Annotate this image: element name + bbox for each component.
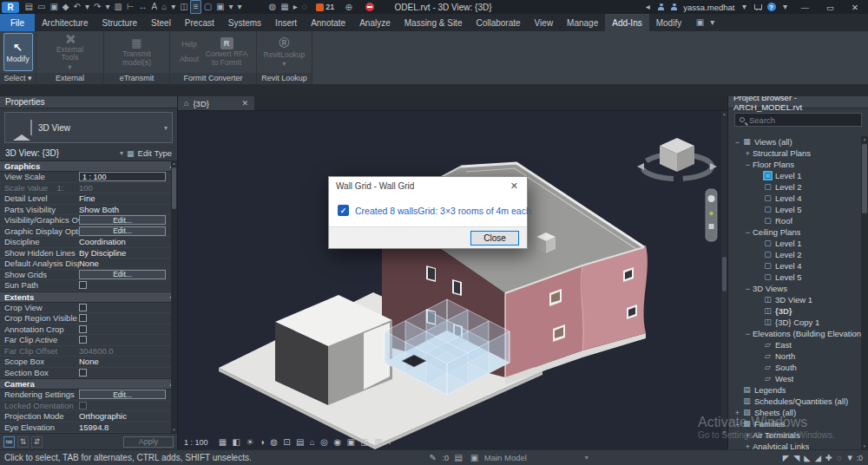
ribbon-tab-collaborate[interactable]: Collaborate <box>469 14 527 31</box>
navigation-bar[interactable] <box>706 189 717 241</box>
modify-button[interactable]: ↖ Modify <box>3 33 33 71</box>
ribbon-tab-modify[interactable]: Modify <box>649 14 688 31</box>
pointer-run-icon[interactable]: ▸ <box>291 1 299 13</box>
tree-expander-icon[interactable]: + <box>733 409 742 417</box>
sync-with-central-icon[interactable]: ◆ <box>60 1 71 13</box>
sort-ascending-icon[interactable]: ⇅ <box>17 436 29 448</box>
tree-item[interactable]: −Elevations (Building Elevation) <box>728 328 861 339</box>
reveal-hidden-elements-icon[interactable]: ◉ <box>331 436 344 449</box>
tree-item[interactable]: −▦Views (all) <box>728 136 861 147</box>
tree-item[interactable]: ▢Level 5 <box>728 204 861 215</box>
tree-item[interactable]: ▢Level 1 <box>728 170 861 181</box>
property-value[interactable]: None <box>79 357 99 366</box>
panel-external-label[interactable]: External <box>36 73 103 84</box>
panel-revitlookup-label[interactable]: Revit Lookup <box>257 73 312 84</box>
checkbox[interactable] <box>79 281 87 289</box>
edit-button[interactable]: Edit... <box>79 215 166 225</box>
tree-item[interactable]: ◫{3D} Copy 1 <box>728 317 861 328</box>
signed-in-user[interactable]: yassa.medhat <box>683 3 734 12</box>
view-scale-button[interactable]: 1 : 100 <box>184 438 208 447</box>
dialog-close-button[interactable]: Close <box>470 231 519 246</box>
measure-icon[interactable]: ⊢ <box>124 1 136 13</box>
temporary-hide-isolate-icon[interactable]: ◎ <box>318 436 331 449</box>
background-processes-icon[interactable]: ◌ <box>834 452 844 464</box>
sort-descending-icon[interactable]: ⇵ <box>31 436 43 448</box>
close-inactive-windows-icon[interactable]: ▢ <box>201 1 214 13</box>
zoom-icon[interactable] <box>709 212 713 215</box>
tree-item[interactable]: ▢Level 2 <box>728 249 861 260</box>
tree-item[interactable]: +Structural Plans <box>728 147 861 159</box>
ribbon-tab-precast[interactable]: Precast <box>178 14 221 31</box>
checkbox[interactable] <box>79 369 87 377</box>
scroll-down-icon[interactable]: ▾ <box>861 443 868 449</box>
checkbox[interactable] <box>79 304 87 311</box>
redo-icon[interactable]: ↷ <box>91 1 102 13</box>
tree-item[interactable]: ▱North <box>728 350 861 362</box>
scrollbar-thumb[interactable] <box>172 167 176 209</box>
sort-default-icon[interactable]: ≔ <box>3 436 15 448</box>
select-by-face-icon[interactable]: ◢ <box>812 452 823 464</box>
tree-item[interactable]: ▥Schedules/Quantities (all) <box>728 396 861 407</box>
user-dropdown-icon[interactable]: ▾ <box>740 1 748 13</box>
community-icon[interactable] <box>657 3 665 11</box>
edit-button[interactable]: Edit... <box>79 390 166 399</box>
tree-expander-icon[interactable]: − <box>743 160 753 169</box>
undo-dropdown-icon[interactable]: ▾ <box>82 1 91 13</box>
scroll-down-icon[interactable]: ▾ <box>721 429 727 436</box>
camera-icon[interactable]: ▦ <box>279 1 291 13</box>
ribbon-tab-insert[interactable]: Insert <box>268 14 304 31</box>
formit-about-button[interactable]: About <box>180 56 199 64</box>
properties-scrollbar[interactable]: ▴ ▾ <box>171 160 177 433</box>
shadows-icon[interactable]: ◑ <box>257 436 267 449</box>
do-not-disturb-icon[interactable] <box>365 3 374 11</box>
undo-icon[interactable]: ↶ <box>71 1 82 13</box>
tree-item[interactable]: −▩Families <box>728 418 861 429</box>
checkbox[interactable] <box>79 325 87 333</box>
ribbon-tab-structure[interactable]: Structure <box>95 14 144 31</box>
selection-filter-icon[interactable]: ▼ <box>844 452 856 464</box>
edit-type-button[interactable]: Edit Type <box>138 148 172 158</box>
apply-button[interactable]: Apply <box>123 436 174 448</box>
tree-item[interactable]: ▱West <box>728 373 861 384</box>
tree-expander-icon[interactable]: + <box>743 431 753 440</box>
edit-button[interactable]: Edit... <box>79 270 166 279</box>
tree-item[interactable]: ◫{3D} <box>728 305 861 317</box>
tree-item[interactable]: ▢Roof <box>728 215 861 226</box>
canvas-scrollbar[interactable]: ▴ ▾ <box>721 111 727 436</box>
steering-wheel-icon[interactable] <box>708 195 715 202</box>
property-value[interactable]: 100 <box>79 183 93 193</box>
panel-etransmit-label[interactable]: eTransmit <box>104 73 169 84</box>
tree-item[interactable]: ▱South <box>728 362 861 373</box>
ribbon-tab-manage[interactable]: Manage <box>560 14 605 31</box>
tree-expander-icon[interactable]: − <box>743 228 753 237</box>
default-3d-dropdown-icon[interactable]: ▾ <box>169 1 178 13</box>
editing-requests-icon[interactable]: ✎ <box>427 452 438 464</box>
ribbon-tab-analyze[interactable]: Analyze <box>352 14 398 31</box>
checkbox[interactable] <box>79 314 87 322</box>
restore-button[interactable]: ▭ <box>820 3 840 12</box>
visual-style-icon[interactable]: ◧ <box>229 436 243 449</box>
open-icon[interactable]: ▭ <box>35 1 47 13</box>
thin-lines-icon[interactable]: ≡ <box>190 0 201 14</box>
dialog-close-icon[interactable]: ✕ <box>509 180 520 192</box>
design-options-select[interactable]: Main Model ▾ <box>484 453 597 462</box>
section-icon[interactable]: ◫ <box>178 1 190 13</box>
dialog-title-bar[interactable]: Wall Grid - Wall Grid ✕ <box>329 177 527 194</box>
tree-expander-icon[interactable]: + <box>743 149 753 158</box>
tree-item[interactable]: ▢Level 5 <box>728 272 861 283</box>
aligned-dimension-icon[interactable]: ↔ <box>136 1 149 13</box>
tree-item[interactable]: ▢Level 4 <box>728 193 861 204</box>
formit-help-button[interactable]: Help <box>180 41 199 49</box>
select-links-icon[interactable]: ◤ <box>780 452 791 464</box>
tree-item[interactable]: −Floor Plans <box>728 159 861 170</box>
sun-path-icon[interactable]: ☀ <box>243 436 256 449</box>
tree-expander-icon[interactable]: − <box>743 285 753 293</box>
help-icon[interactable]: ? <box>767 3 776 11</box>
detail-level-icon[interactable]: ▦ <box>216 436 230 449</box>
property-value[interactable]: By Discipline <box>79 248 126 258</box>
app-menu-icon[interactable]: ▤ <box>23 1 35 13</box>
worksets-icon[interactable]: ▤ <box>452 452 464 464</box>
tree-item[interactable]: −3D Views <box>728 283 861 294</box>
accessibility-icon[interactable]: ⊕ <box>345 2 352 13</box>
panel-display-icon[interactable]: ▣ <box>694 16 706 29</box>
